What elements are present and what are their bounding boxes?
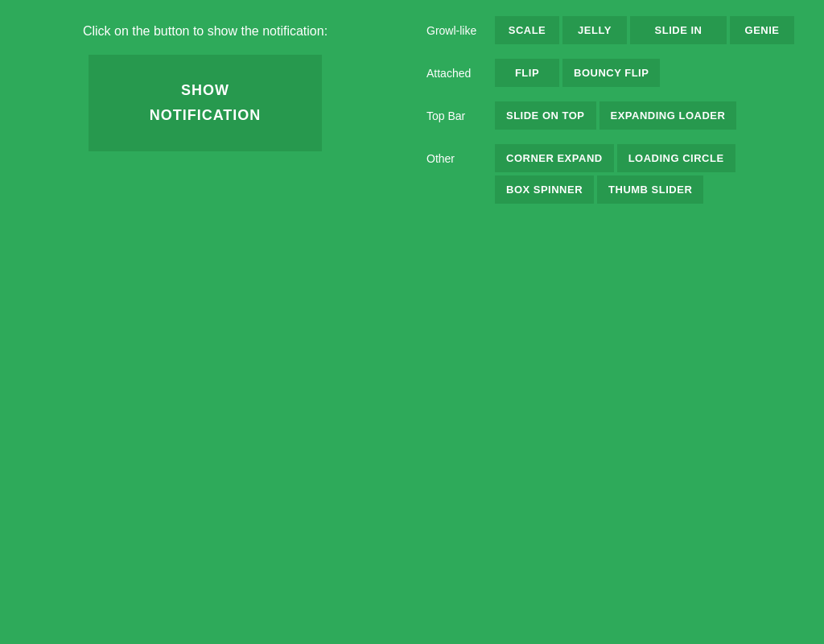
option-btn-corner-expand[interactable]: CORNER EXPAND bbox=[495, 144, 614, 172]
left-panel: Click on the button to show the notifica… bbox=[0, 0, 410, 644]
buttons-group-1: FLIPBOUNCY FLIP bbox=[495, 59, 660, 87]
instructions-text: Click on the button to show the notifica… bbox=[83, 24, 328, 39]
show-button-line1: SHOW bbox=[181, 82, 229, 99]
right-panel: Growl-likeSCALEJELLYSLIDE INGENIEAttache… bbox=[426, 16, 805, 218]
option-btn-bouncy-flip[interactable]: BOUNCY FLIP bbox=[562, 59, 660, 87]
buttons-group-2: SLIDE ON TOPEXPANDING LOADER bbox=[495, 101, 736, 130]
category-label-3: Other bbox=[426, 144, 487, 165]
option-btn-scale[interactable]: SCALE bbox=[495, 16, 559, 44]
category-label-2: Top Bar bbox=[426, 101, 487, 122]
option-btn-expanding-loader[interactable]: EXPANDING LOADER bbox=[599, 101, 737, 130]
buttons-group-3: CORNER EXPANDLOADING CIRCLEBOX SPINNERTH… bbox=[495, 144, 805, 204]
show-button-line2: NOTIFICATION bbox=[150, 107, 262, 124]
category-label-1: Attached bbox=[426, 59, 487, 80]
option-btn-slide-on-top[interactable]: SLIDE ON TOP bbox=[495, 101, 596, 130]
option-btn-jelly[interactable]: JELLY bbox=[562, 16, 627, 44]
option-btn-loading-circle[interactable]: LOADING CIRCLE bbox=[617, 144, 735, 172]
option-btn-box-spinner[interactable]: BOX SPINNER bbox=[495, 175, 594, 204]
category-row-3: OtherCORNER EXPANDLOADING CIRCLEBOX SPIN… bbox=[426, 144, 805, 204]
option-btn-flip[interactable]: FLIP bbox=[495, 59, 559, 87]
buttons-group-0: SCALEJELLYSLIDE INGENIE bbox=[495, 16, 794, 44]
category-row-0: Growl-likeSCALEJELLYSLIDE INGENIE bbox=[426, 16, 805, 44]
option-btn-thumb-slider[interactable]: THUMB SLIDER bbox=[597, 175, 703, 204]
option-btn-genie[interactable]: GENIE bbox=[730, 16, 794, 44]
category-row-2: Top BarSLIDE ON TOPEXPANDING LOADER bbox=[426, 101, 805, 130]
show-notification-button[interactable]: SHOW NOTIFICATION bbox=[89, 55, 322, 151]
category-label-0: Growl-like bbox=[426, 16, 487, 37]
category-row-1: AttachedFLIPBOUNCY FLIP bbox=[426, 59, 805, 87]
option-btn-slide-in[interactable]: SLIDE IN bbox=[630, 16, 727, 44]
